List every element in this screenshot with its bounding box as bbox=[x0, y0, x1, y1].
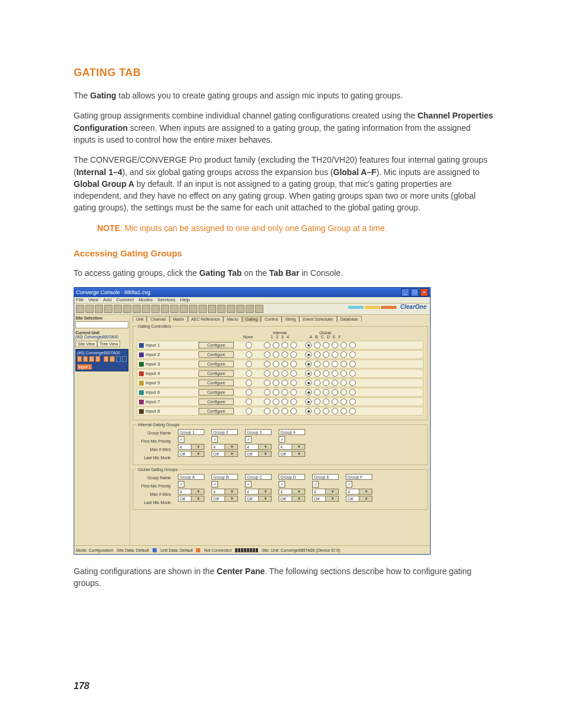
radio-internal[interactable] bbox=[290, 398, 297, 405]
radio-global[interactable] bbox=[323, 408, 329, 414]
configure-button[interactable]: Configure bbox=[199, 389, 234, 396]
radio-global[interactable] bbox=[332, 370, 338, 377]
radio-global[interactable] bbox=[305, 351, 312, 358]
radio-global[interactable] bbox=[323, 342, 329, 348]
radio-internal[interactable] bbox=[273, 351, 279, 358]
radio-internal[interactable] bbox=[282, 380, 288, 386]
toolbar-icon[interactable] bbox=[255, 305, 263, 313]
toolbar-icon[interactable] bbox=[217, 305, 226, 313]
max-mics-dropdown[interactable]: 4▾ bbox=[178, 489, 204, 495]
radio-global[interactable] bbox=[340, 342, 347, 348]
radio-global[interactable] bbox=[314, 351, 320, 358]
sidebar-tab-siteview[interactable]: Site View bbox=[75, 341, 97, 347]
last-mic-dropdown[interactable]: Off▾ bbox=[178, 496, 204, 502]
last-mic-dropdown[interactable]: Off▾ bbox=[279, 496, 305, 502]
radio-global[interactable] bbox=[349, 408, 356, 414]
radio-global[interactable] bbox=[340, 398, 347, 405]
toolbar-icon[interactable] bbox=[189, 305, 197, 313]
toolbar-icon[interactable] bbox=[114, 305, 122, 313]
radio-internal[interactable] bbox=[273, 408, 279, 414]
tab-gating[interactable]: Gating bbox=[242, 316, 262, 322]
radio-global[interactable] bbox=[332, 380, 338, 386]
first-mic-checkbox[interactable] bbox=[279, 436, 285, 443]
radio-global[interactable] bbox=[349, 370, 356, 377]
max-mics-dropdown[interactable]: 4▾ bbox=[211, 489, 238, 495]
menu-item[interactable]: View bbox=[88, 298, 98, 302]
radio-internal[interactable] bbox=[273, 398, 279, 405]
radio-global[interactable] bbox=[323, 370, 329, 377]
toolbar-icon[interactable] bbox=[208, 305, 216, 313]
toolbar-icon[interactable] bbox=[180, 305, 188, 313]
last-mic-dropdown[interactable]: Off▾ bbox=[312, 496, 339, 502]
radio-global[interactable] bbox=[314, 361, 320, 367]
radio-global[interactable] bbox=[314, 398, 320, 405]
radio-none[interactable] bbox=[246, 408, 252, 414]
radio-global[interactable] bbox=[314, 342, 320, 348]
radio-global[interactable] bbox=[305, 389, 312, 396]
radio-internal[interactable] bbox=[264, 351, 270, 358]
group-name-input[interactable]: Group B bbox=[211, 474, 238, 480]
radio-internal[interactable] bbox=[273, 361, 279, 367]
radio-internal[interactable] bbox=[290, 408, 297, 414]
configure-button[interactable]: Configure bbox=[199, 398, 234, 405]
radio-global[interactable] bbox=[332, 342, 338, 348]
radio-global[interactable] bbox=[323, 398, 329, 405]
radio-internal[interactable] bbox=[282, 389, 288, 396]
radio-internal[interactable] bbox=[290, 342, 297, 348]
group-name-input[interactable]: Group 3 bbox=[245, 429, 272, 435]
toolbar-icon[interactable] bbox=[246, 305, 254, 313]
group-name-input[interactable]: Group A bbox=[178, 474, 204, 480]
radio-global[interactable] bbox=[340, 389, 347, 396]
radio-internal[interactable] bbox=[290, 380, 297, 386]
radio-global[interactable] bbox=[349, 342, 356, 348]
first-mic-checkbox[interactable] bbox=[312, 481, 319, 487]
tab-macro[interactable]: Macro bbox=[223, 316, 242, 322]
toolbar-icon[interactable] bbox=[161, 305, 169, 313]
tab-string[interactable]: String bbox=[282, 316, 299, 322]
tab-matrix[interactable]: Matrix bbox=[170, 316, 188, 322]
tab-unit[interactable]: Unit bbox=[133, 316, 147, 322]
configure-button[interactable]: Configure bbox=[199, 342, 234, 348]
max-mics-dropdown[interactable]: 4▾ bbox=[279, 489, 305, 495]
last-mic-dropdown[interactable]: Off▾ bbox=[211, 451, 238, 457]
radio-global[interactable] bbox=[305, 408, 312, 414]
group-name-input[interactable]: Group D bbox=[279, 474, 305, 480]
radio-global[interactable] bbox=[349, 351, 356, 358]
radio-internal[interactable] bbox=[282, 398, 288, 405]
radio-global[interactable] bbox=[305, 398, 312, 405]
tab-database[interactable]: Database bbox=[337, 316, 362, 322]
max-mics-dropdown[interactable]: 4▾ bbox=[312, 489, 339, 495]
radio-global[interactable] bbox=[349, 389, 356, 396]
radio-internal[interactable] bbox=[282, 342, 288, 348]
radio-internal[interactable] bbox=[264, 342, 270, 348]
menu-item[interactable]: Modes bbox=[138, 298, 153, 302]
window-titlebar[interactable]: Converge Console · 880ta1.cvg _ □ × bbox=[74, 288, 430, 297]
radio-internal[interactable] bbox=[282, 370, 288, 377]
radio-global[interactable] bbox=[314, 389, 320, 396]
tab-aec[interactable]: AEC Reference bbox=[188, 316, 224, 322]
radio-internal[interactable] bbox=[264, 398, 270, 405]
radio-internal[interactable] bbox=[290, 370, 297, 377]
radio-internal[interactable] bbox=[282, 408, 288, 414]
radio-none[interactable] bbox=[246, 361, 252, 367]
max-mics-dropdown[interactable]: 4▾ bbox=[245, 489, 272, 495]
menu-item[interactable]: Connect bbox=[116, 298, 134, 302]
radio-global[interactable] bbox=[332, 361, 338, 367]
radio-internal[interactable] bbox=[264, 361, 270, 367]
first-mic-checkbox[interactable] bbox=[346, 481, 352, 487]
group-name-input[interactable]: Group 2 bbox=[211, 429, 238, 435]
group-name-input[interactable]: Group 1 bbox=[178, 429, 204, 435]
site-selection-dropdown[interactable] bbox=[75, 321, 128, 328]
radio-none[interactable] bbox=[246, 370, 252, 377]
toolbar-icon[interactable] bbox=[151, 305, 160, 313]
radio-global[interactable] bbox=[323, 380, 329, 386]
group-name-input[interactable]: Group E bbox=[312, 474, 339, 480]
radio-internal[interactable] bbox=[290, 389, 297, 396]
tab-channel[interactable]: Channel bbox=[147, 316, 169, 322]
first-mic-checkbox[interactable] bbox=[245, 481, 252, 487]
toolbar-icon[interactable] bbox=[133, 305, 141, 313]
last-mic-dropdown[interactable]: Off▾ bbox=[178, 451, 204, 457]
toolbar-icon[interactable] bbox=[227, 305, 235, 313]
radio-internal[interactable] bbox=[264, 389, 270, 396]
radio-global[interactable] bbox=[349, 380, 356, 386]
